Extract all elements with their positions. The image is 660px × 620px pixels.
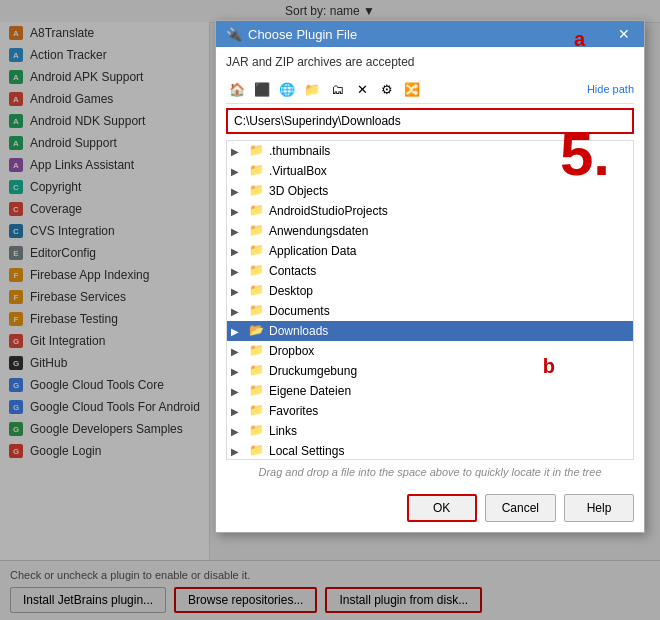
tree-chevron-android-studio-projects: ▶: [231, 206, 245, 217]
tree-chevron-eigene-dateien: ▶: [231, 386, 245, 397]
tree-item-local-settings[interactable]: ▶📁Local Settings: [227, 441, 633, 460]
modal-icon: 🔌: [226, 27, 242, 42]
folder-icon-anwendungsdaten: 📁: [249, 223, 265, 239]
tree-chevron-local-settings: ▶: [231, 446, 245, 457]
modal-body: JAR and ZIP archives are accepted 🏠 ⬛ 🌐 …: [216, 47, 644, 488]
tree-label-android-studio-projects: AndroidStudioProjects: [269, 204, 388, 218]
folder-icon-local-settings: 📁: [249, 443, 265, 459]
tree-chevron-anwendungsdaten: ▶: [231, 226, 245, 237]
tree-item-virtualbox[interactable]: ▶📁.VirtualBox: [227, 161, 633, 181]
tree-label-application-data: Application Data: [269, 244, 356, 258]
folder-icon-favorites: 📁: [249, 403, 265, 419]
hide-path-link[interactable]: Hide path: [587, 83, 634, 95]
path-input[interactable]: [226, 108, 634, 134]
folder-icon-3d-objects: 📁: [249, 183, 265, 199]
tree-label-thumbnails: .thumbnails: [269, 144, 330, 158]
home-button[interactable]: 🏠: [226, 78, 248, 100]
tree-item-thumbnails[interactable]: ▶📁.thumbnails: [227, 141, 633, 161]
tree-label-documents: Documents: [269, 304, 330, 318]
config-button[interactable]: 🔀: [401, 78, 423, 100]
tree-label-anwendungsdaten: Anwendungsdaten: [269, 224, 368, 238]
folder-icon-virtualbox: 📁: [249, 163, 265, 179]
tree-chevron-virtualbox: ▶: [231, 166, 245, 177]
path-input-container: [226, 108, 634, 134]
tree-label-desktop: Desktop: [269, 284, 313, 298]
open-folder-button[interactable]: 📁: [301, 78, 323, 100]
tree-chevron-links: ▶: [231, 426, 245, 437]
tree-label-contacts: Contacts: [269, 264, 316, 278]
modal-titlebar: 🔌 Choose Plugin File ✕: [216, 21, 644, 47]
tree-item-desktop[interactable]: ▶📁Desktop: [227, 281, 633, 301]
modal-title-area: 🔌 Choose Plugin File: [226, 27, 357, 42]
help-button[interactable]: Help: [564, 494, 634, 522]
folder-icon-dropbox: 📁: [249, 343, 265, 359]
close-button[interactable]: ✕: [351, 78, 373, 100]
cancel-button[interactable]: Cancel: [485, 494, 556, 522]
tree-label-dropbox: Dropbox: [269, 344, 314, 358]
folder-icon-application-data: 📁: [249, 243, 265, 259]
tree-chevron-3d-objects: ▶: [231, 186, 245, 197]
folder-icon-desktop: 📁: [249, 283, 265, 299]
tree-chevron-druckumgebung: ▶: [231, 366, 245, 377]
choose-plugin-modal: 🔌 Choose Plugin File ✕ JAR and ZIP archi…: [215, 20, 645, 533]
tree-label-virtualbox: .VirtualBox: [269, 164, 327, 178]
folder-icon-thumbnails: 📁: [249, 143, 265, 159]
tree-item-dropbox[interactable]: ▶📁Dropbox: [227, 341, 633, 361]
tree-label-eigene-dateien: Eigene Dateien: [269, 384, 351, 398]
folder-icon-downloads: 📂: [249, 323, 265, 339]
modal-title: Choose Plugin File: [248, 27, 357, 42]
tree-label-3d-objects: 3D Objects: [269, 184, 328, 198]
folder-icon-eigene-dateien: 📁: [249, 383, 265, 399]
tree-chevron-favorites: ▶: [231, 406, 245, 417]
folder-icon-links: 📁: [249, 423, 265, 439]
tree-chevron-documents: ▶: [231, 306, 245, 317]
tree-item-contacts[interactable]: ▶📁Contacts: [227, 261, 633, 281]
modal-toolbar: 🏠 ⬛ 🌐 📁 🗂 ✕ ⚙ 🔀 Hide path: [226, 75, 634, 104]
folder-icon-documents: 📁: [249, 303, 265, 319]
tree-item-eigene-dateien[interactable]: ▶📁Eigene Dateien: [227, 381, 633, 401]
tree-chevron-dropbox: ▶: [231, 346, 245, 357]
ok-button[interactable]: OK: [407, 494, 477, 522]
web-button[interactable]: 🌐: [276, 78, 298, 100]
delete-button[interactable]: 🗂: [326, 78, 348, 100]
tree-item-anwendungsdaten[interactable]: ▶📁Anwendungsdaten: [227, 221, 633, 241]
tree-label-links: Links: [269, 424, 297, 438]
drag-drop-hint: Drag and drop a file into the space abov…: [226, 464, 634, 480]
folder-icon-contacts: 📁: [249, 263, 265, 279]
tree-item-downloads[interactable]: ▶📂Downloads: [227, 321, 633, 341]
back-button[interactable]: ⬛: [251, 78, 273, 100]
tree-item-3d-objects[interactable]: ▶📁3D Objects: [227, 181, 633, 201]
tree-chevron-thumbnails: ▶: [231, 146, 245, 157]
folder-icon-druckumgebung: 📁: [249, 363, 265, 379]
refresh-button[interactable]: ⚙: [376, 78, 398, 100]
tree-item-documents[interactable]: ▶📁Documents: [227, 301, 633, 321]
tree-label-favorites: Favorites: [269, 404, 318, 418]
tree-chevron-application-data: ▶: [231, 246, 245, 257]
tree-chevron-contacts: ▶: [231, 266, 245, 277]
tree-item-links[interactable]: ▶📁Links: [227, 421, 633, 441]
tree-label-downloads: Downloads: [269, 324, 328, 338]
tree-item-druckumgebung[interactable]: ▶📁Druckumgebung: [227, 361, 633, 381]
tree-item-android-studio-projects[interactable]: ▶📁AndroidStudioProjects: [227, 201, 633, 221]
tree-label-local-settings: Local Settings: [269, 444, 344, 458]
tree-item-application-data[interactable]: ▶📁Application Data: [227, 241, 633, 261]
tree-chevron-desktop: ▶: [231, 286, 245, 297]
file-tree[interactable]: ▶📁.thumbnails▶📁.VirtualBox▶📁3D Objects▶📁…: [226, 140, 634, 460]
modal-footer: OK Cancel Help: [216, 488, 644, 532]
modal-subtitle: JAR and ZIP archives are accepted: [226, 55, 634, 69]
modal-close-button[interactable]: ✕: [614, 26, 634, 42]
folder-icon-android-studio-projects: 📁: [249, 203, 265, 219]
tree-chevron-downloads: ▶: [231, 326, 245, 337]
tree-item-favorites[interactable]: ▶📁Favorites: [227, 401, 633, 421]
tree-label-druckumgebung: Druckumgebung: [269, 364, 357, 378]
